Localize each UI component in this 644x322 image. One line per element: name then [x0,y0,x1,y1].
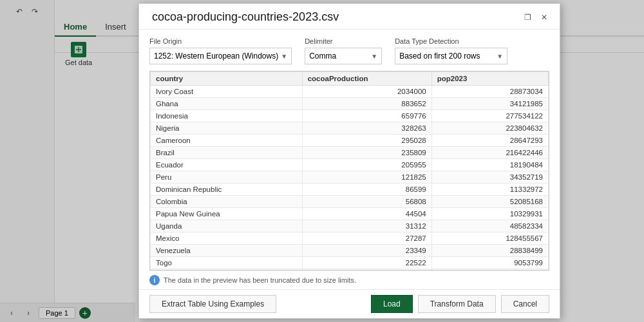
table-cell: 44504 [302,208,431,220]
delimiter-value: Comma [309,52,336,61]
delimiter-chevron-icon: ▼ [371,53,377,60]
table-row: Togo225229053799 [151,257,549,269]
data-type-group: Data Type Detection Based on first 200 r… [395,37,507,64]
table-cell: 9053799 [431,257,548,269]
table-cell: Uganda [151,220,303,232]
table-cell: 48582334 [431,220,548,232]
modal-window-controls: ❐ ✕ [521,11,551,24]
modal-title: cocoa-producing-countries-2023.csv [152,10,339,24]
header-country: country [151,72,303,86]
table-row: Nigeria328263223804632 [151,122,549,135]
close-button[interactable]: ✕ [538,11,551,24]
table-cell: 31312 [302,220,431,232]
table-row: Cameroon29502828647293 [151,135,549,147]
table-cell: 56808 [302,196,431,208]
table-cell: Peru [151,171,303,184]
table-row: Mexico27287128455567 [151,232,549,245]
table-cell: Togo [151,257,303,269]
table-row: Uganda3131248582334 [151,220,549,232]
table-cell: 28647293 [431,135,548,147]
file-origin-label: File Origin [149,37,292,45]
table-cell: 235809 [302,147,431,159]
table-cell: 659776 [302,110,431,122]
data-type-value: Based on first 200 rows [399,52,480,61]
controls-row: File Origin 1252: Western European (Wind… [149,37,549,64]
table-cell: 10329931 [431,208,548,220]
file-origin-select[interactable]: 1252: Western European (Windows) ▼ [149,48,292,64]
table-cell: 19000 [302,269,431,271]
table-cell: 205955 [302,159,431,171]
table-row: Ivory Coast203400028873034 [151,86,549,98]
table-cell: 883652 [302,98,431,110]
table-row: Peru12182534352719 [151,171,549,184]
table-cell: Nigeria [151,122,303,135]
table-cell: 1428627663 [431,269,548,271]
footer-right: Load Transform Data Cancel [371,295,549,313]
data-type-chevron-icon: ▼ [497,53,503,60]
table-cell: 216422446 [431,147,548,159]
table-cell: 295028 [302,135,431,147]
table-cell: 34352719 [431,171,548,184]
table-body: Ivory Coast203400028873034Ghana883652341… [151,86,549,271]
table-cell: 34121985 [431,98,548,110]
table-cell: 86599 [302,184,431,196]
file-origin-group: File Origin 1252: Western European (Wind… [149,37,292,64]
table-header: country cocoaProduction pop2023 [151,72,549,86]
table-cell: Colombia [151,196,303,208]
cancel-button[interactable]: Cancel [501,295,549,313]
table-cell: Ivory Coast [151,86,303,98]
table-row: Colombia5680852085168 [151,196,549,208]
table-cell: 18190484 [431,159,548,171]
table-row: Ecuador20595518190484 [151,159,549,171]
header-row: country cocoaProduction pop2023 [151,72,549,86]
table-cell: Cameroon [151,135,303,147]
table-cell: 52085168 [431,196,548,208]
table-cell: 277534122 [431,110,548,122]
transform-data-button[interactable]: Transform Data [418,295,496,313]
load-button[interactable]: Load [371,295,413,313]
table-cell: 11332972 [431,184,548,196]
table-cell: 23349 [302,245,431,257]
table-cell: Brazil [151,147,303,159]
table-row: Dominican Republic8659911332972 [151,184,549,196]
restore-button[interactable]: ❐ [521,11,534,24]
info-text: The data in the preview has been truncat… [164,276,356,284]
table-cell: 27287 [302,232,431,245]
table-cell: Mexico [151,232,303,245]
delimiter-select[interactable]: Comma ▼ [305,48,382,64]
file-origin-chevron-icon: ▼ [281,53,287,60]
table-cell: Venezuela [151,245,303,257]
table-cell: 22522 [302,257,431,269]
table-row: Papua New Guinea4450410329931 [151,208,549,220]
modal-overlay: cocoa-producing-countries-2023.csv ❐ ✕ F… [0,0,644,322]
table-row: Venezuela2334928838499 [151,245,549,257]
data-preview-table: country cocoaProduction pop2023 Ivory Co… [150,71,549,270]
info-icon: i [149,275,160,285]
table-cell: Papua New Guinea [151,208,303,220]
info-bar: i The data in the preview has been trunc… [149,270,549,289]
table-cell: Ghana [151,98,303,110]
table-row: India190001428627663 [151,269,549,271]
table-cell: 28838499 [431,245,548,257]
file-origin-value: 1252: Western European (Windows) [154,52,278,61]
table-cell: 121825 [302,171,431,184]
delimiter-label: Delimiter [305,37,382,45]
data-type-select[interactable]: Based on first 200 rows ▼ [395,48,507,64]
table-cell: 2034000 [302,86,431,98]
data-type-label: Data Type Detection [395,37,507,45]
table-cell: 328263 [302,122,431,135]
table-row: Brazil235809216422446 [151,147,549,159]
data-preview-table-container: country cocoaProduction pop2023 Ivory Co… [149,71,549,270]
table-cell: 28873034 [431,86,548,98]
footer-left: Extract Table Using Examples [149,295,276,313]
table-cell: 223804632 [431,122,548,135]
table-scroll-wrapper[interactable]: country cocoaProduction pop2023 Ivory Co… [150,71,549,270]
modal-footer: Extract Table Using Examples Load Transf… [139,289,560,318]
header-pop2023: pop2023 [431,72,548,86]
table-cell: Ecuador [151,159,303,171]
delimiter-group: Delimiter Comma ▼ [305,37,382,64]
table-cell: Indonesia [151,110,303,122]
table-row: Indonesia659776277534122 [151,110,549,122]
table-row: Ghana88365234121985 [151,98,549,110]
extract-table-button[interactable]: Extract Table Using Examples [149,295,276,313]
